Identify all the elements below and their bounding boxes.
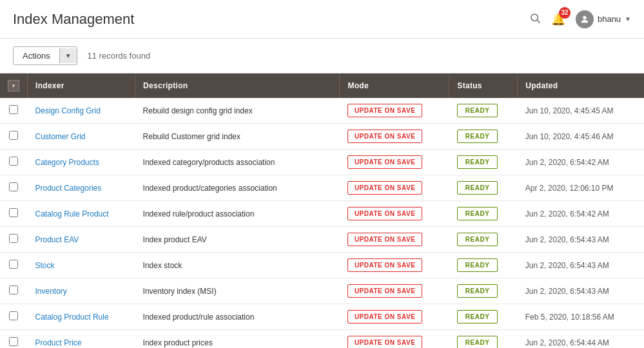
user-name: bhanu <box>598 14 621 24</box>
indexer-link[interactable]: Product Categories <box>35 184 102 193</box>
row-checkbox[interactable] <box>9 208 18 217</box>
status-button[interactable]: READY <box>457 233 498 246</box>
chevron-down-icon: ▼ <box>625 15 631 23</box>
mode-button[interactable]: UPDATE ON SAVE <box>347 155 422 169</box>
indexer-link[interactable]: Inventory <box>35 287 67 296</box>
mode-button[interactable]: UPDATE ON SAVE <box>347 284 422 298</box>
status-button[interactable]: READY <box>457 336 498 348</box>
row-mode: UPDATE ON SAVE <box>340 304 449 330</box>
mode-button[interactable]: UPDATE ON SAVE <box>347 258 422 272</box>
indexer-link[interactable]: Catalog Product Rule <box>35 313 109 322</box>
row-status: READY <box>449 304 518 330</box>
row-updated: Jun 2, 2020, 6:54:42 AM <box>518 150 644 175</box>
status-button[interactable]: READY <box>457 155 498 169</box>
row-checkbox[interactable] <box>9 234 18 243</box>
table-row: Inventory Inventory index (MSI) UPDATE O… <box>0 278 644 304</box>
table-row: Category Products Indexed category/produ… <box>0 150 644 175</box>
svg-point-2 <box>583 15 586 19</box>
status-button[interactable]: READY <box>457 207 498 220</box>
row-description: Index stock <box>135 253 340 278</box>
row-checkbox[interactable] <box>9 337 18 346</box>
status-button[interactable]: READY <box>457 310 498 324</box>
row-indexer: Product Categories <box>28 175 135 201</box>
row-checkbox-cell <box>0 150 28 175</box>
row-checkbox-cell <box>0 278 28 304</box>
row-indexer: Design Config Grid <box>28 98 135 124</box>
indexer-link[interactable]: Stock <box>35 261 55 270</box>
row-status: READY <box>449 98 518 124</box>
mode-button[interactable]: UPDATE ON SAVE <box>347 104 422 117</box>
indexer-link[interactable]: Category Products <box>35 158 99 167</box>
row-indexer: Catalog Rule Product <box>28 201 135 227</box>
notification-badge: 32 <box>559 7 571 19</box>
actions-dropdown-arrow: ▼ <box>59 48 77 63</box>
row-mode: UPDATE ON SAVE <box>340 175 449 201</box>
row-checkbox-cell <box>0 201 28 227</box>
svg-point-0 <box>531 14 538 21</box>
row-description: Indexed product/rule association <box>135 304 340 330</box>
mode-button[interactable]: UPDATE ON SAVE <box>347 181 422 195</box>
row-indexer: Product Price <box>28 330 135 349</box>
row-updated: Jun 2, 2020, 6:54:43 AM <box>518 227 644 253</box>
page-header: Index Management 🔔 32 bhanu ▼ <box>0 0 644 39</box>
index-table: Indexer Description Mode Status Updated … <box>0 73 644 348</box>
row-checkbox-cell <box>0 330 28 349</box>
row-checkbox[interactable] <box>9 260 18 269</box>
mode-button[interactable]: UPDATE ON SAVE <box>347 310 422 324</box>
row-description: Inventory index (MSI) <box>135 278 340 304</box>
row-checkbox[interactable] <box>9 105 18 114</box>
status-button[interactable]: READY <box>457 284 498 298</box>
row-updated: Feb 5, 2020, 10:18:56 AM <box>518 304 644 330</box>
row-checkbox[interactable] <box>9 182 18 191</box>
indexer-link[interactable]: Product Price <box>35 338 82 347</box>
row-updated: Jun 2, 2020, 6:54:44 AM <box>518 330 644 349</box>
status-button[interactable]: READY <box>457 130 498 143</box>
mode-button[interactable]: UPDATE ON SAVE <box>347 130 422 143</box>
indexer-link[interactable]: Design Config Grid <box>35 106 101 115</box>
row-updated: Jun 10, 2020, 4:45:46 AM <box>518 124 644 150</box>
status-button[interactable]: READY <box>457 181 498 195</box>
row-description: Rebuild Customer grid index <box>135 124 340 150</box>
actions-label: Actions <box>14 47 59 64</box>
row-checkbox[interactable] <box>9 157 18 166</box>
row-description: Index product EAV <box>135 227 340 253</box>
th-description: Description <box>135 73 340 98</box>
mode-button[interactable]: UPDATE ON SAVE <box>347 336 422 348</box>
table-row: Product EAV Index product EAV UPDATE ON … <box>0 227 644 253</box>
row-updated: Jun 2, 2020, 6:54:43 AM <box>518 278 644 304</box>
table-row: Product Price Index product prices UPDAT… <box>0 330 644 349</box>
th-status: Status <box>449 73 518 98</box>
row-indexer: Category Products <box>28 150 135 175</box>
row-status: READY <box>449 227 518 253</box>
row-description: Indexed product/categories association <box>135 175 340 201</box>
status-button[interactable]: READY <box>457 258 498 272</box>
search-button[interactable] <box>529 12 541 26</box>
toolbar: Actions ▼ 11 records found <box>0 39 644 73</box>
select-all-checkbox[interactable] <box>8 80 19 92</box>
th-updated: Updated <box>518 73 644 98</box>
row-status: READY <box>449 150 518 175</box>
table-row: Catalog Rule Product Indexed rule/produc… <box>0 201 644 227</box>
row-indexer: Inventory <box>28 278 135 304</box>
mode-button[interactable]: UPDATE ON SAVE <box>347 233 422 246</box>
row-checkbox[interactable] <box>9 311 18 320</box>
row-status: READY <box>449 124 518 150</box>
row-checkbox[interactable] <box>9 131 18 140</box>
row-checkbox[interactable] <box>9 285 18 295</box>
row-indexer: Catalog Product Rule <box>28 304 135 330</box>
page-title: Index Management <box>13 11 134 28</box>
status-button[interactable]: READY <box>457 104 498 117</box>
avatar <box>576 10 594 28</box>
th-checkbox[interactable] <box>0 73 28 98</box>
notification-button[interactable]: 🔔 32 <box>551 12 565 26</box>
actions-dropdown[interactable]: Actions ▼ <box>13 46 77 65</box>
indexer-link[interactable]: Customer Grid <box>35 132 86 141</box>
table-header-row: Indexer Description Mode Status Updated <box>0 73 644 98</box>
mode-button[interactable]: UPDATE ON SAVE <box>347 207 422 220</box>
header-actions: 🔔 32 bhanu ▼ <box>529 10 631 28</box>
indexer-link[interactable]: Catalog Rule Product <box>35 209 109 218</box>
user-menu[interactable]: bhanu ▼ <box>576 10 631 28</box>
row-indexer: Stock <box>28 253 135 278</box>
indexer-link[interactable]: Product EAV <box>35 235 79 244</box>
row-checkbox-cell <box>0 304 28 330</box>
